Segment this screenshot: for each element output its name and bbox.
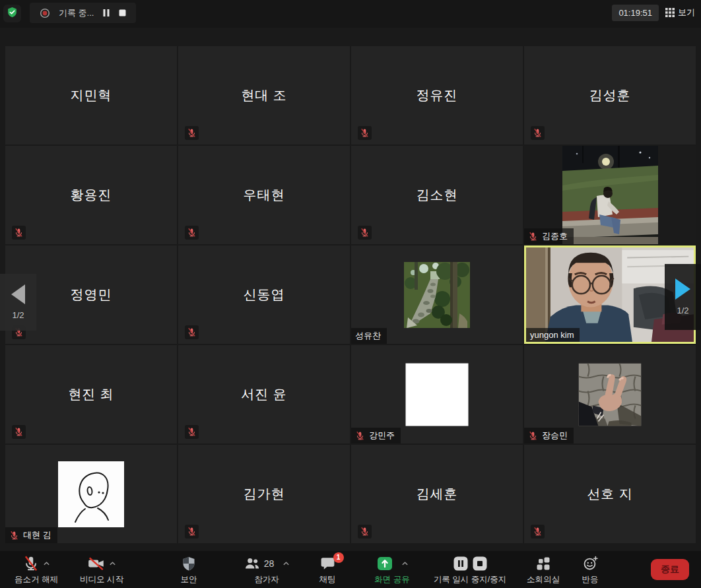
muted-mic-icon [14, 427, 24, 437]
participant-name-tag: 성유찬 [351, 328, 387, 344]
unmute-label: 음소거 해제 [15, 574, 58, 585]
participant-tile[interactable]: 선호 지 [524, 445, 696, 543]
participants-label: 참가자 [254, 574, 279, 585]
participant-tile[interactable]: 우태현 [178, 146, 350, 244]
meeting-info-button[interactable] [3, 5, 21, 22]
share-screen-label: 화면 공유 [374, 574, 409, 585]
muted-mic-icon [533, 128, 543, 138]
participant-name-tag: 김종호 [524, 228, 574, 244]
muted-indicator [531, 525, 545, 539]
chat-button[interactable]: 1 채팅 [309, 551, 346, 588]
meeting-topbar: 기록 중... 01:19:51 보기 [0, 0, 701, 28]
participant-name: 장승민 [542, 430, 568, 441]
meeting-timer: 01:19:51 [612, 5, 659, 21]
participant-tile[interactable]: 서진 윤 [178, 345, 350, 443]
security-button[interactable]: 보안 [170, 551, 207, 588]
profile-avatar-image [58, 461, 124, 527]
participant-tile[interactable]: 현대 조 [178, 46, 350, 145]
breakout-rooms-button[interactable]: 소회의실 [521, 551, 565, 588]
participant-name: 정유진 [351, 46, 523, 145]
participant-name-tag: 장승민 [524, 428, 574, 443]
participants-button[interactable]: 28 참가자 [235, 551, 298, 588]
muted-indicator [185, 226, 199, 240]
participant-name: 선호 지 [524, 445, 696, 543]
muted-indicator [185, 325, 199, 339]
muted-mic-icon [360, 128, 370, 138]
participant-avatar [579, 363, 642, 426]
next-page-button[interactable]: 1/2 [665, 264, 701, 330]
participant-tile[interactable]: 성유찬 [351, 245, 523, 344]
share-screen-button[interactable]: 화면 공유 [360, 551, 424, 588]
participant-name: yungon kim [530, 330, 574, 340]
unmute-button[interactable]: 음소거 해제 [8, 551, 65, 588]
chat-label: 채팅 [319, 574, 336, 585]
participant-avatar [404, 262, 470, 328]
muted-mic-icon [187, 527, 197, 537]
participant-name: 김소현 [351, 146, 523, 244]
participant-name: 신동엽 [178, 245, 350, 344]
muted-mic-icon [187, 427, 197, 437]
participant-name-tag: yungon kim [526, 328, 580, 342]
participant-tile[interactable]: 신동엽 [178, 245, 350, 344]
previous-page-button[interactable]: 1/2 [0, 274, 36, 331]
participant-name: 강민주 [369, 430, 395, 441]
muted-indicator [358, 126, 372, 140]
muted-indicator [185, 126, 199, 140]
participant-tile[interactable]: 김소현 [351, 146, 523, 244]
participant-grid: 지민혁현대 조 정유진 김성훈 황용진 우태현 김소현 김종호정영민 신동엽 성… [5, 46, 696, 543]
participant-avatar [406, 363, 469, 426]
share-options-chevron[interactable] [401, 561, 409, 566]
participant-name-tag: 대현 김 [5, 527, 57, 543]
muted-indicator [12, 226, 26, 240]
view-button[interactable]: 보기 [665, 7, 695, 18]
stop-recording-icon[interactable] [472, 556, 488, 572]
shield-check-icon [7, 7, 18, 20]
muted-mic-icon [14, 228, 24, 238]
participant-tile[interactable]: 대현 김 [5, 445, 177, 543]
participant-tile[interactable]: 정유진 [351, 46, 523, 145]
participant-name: 서진 윤 [178, 345, 350, 443]
participant-tile[interactable]: 김종호 [524, 146, 696, 244]
muted-mic-icon [528, 431, 538, 441]
participants-chevron[interactable] [283, 561, 290, 566]
record-dot-icon [40, 8, 50, 18]
participant-tile[interactable]: 황용진 [5, 146, 177, 244]
muted-mic-icon [187, 128, 197, 138]
muted-indicator [358, 525, 372, 539]
video-options-chevron[interactable] [109, 561, 116, 566]
pause-recording-icon[interactable] [453, 556, 469, 572]
mic-options-chevron[interactable] [43, 561, 50, 566]
end-meeting-button[interactable]: 종료 [651, 559, 689, 580]
muted-indicator [531, 126, 545, 140]
profile-avatar-image [579, 363, 642, 426]
participant-name-tag: 강민주 [351, 428, 401, 443]
recording-pause-button[interactable] [102, 9, 110, 17]
participant-tile[interactable]: 지민혁 [5, 46, 177, 145]
participant-tile[interactable]: 김성훈 [524, 46, 696, 145]
participant-tile[interactable]: 장승민 [524, 345, 696, 443]
breakout-rooms-icon [535, 556, 551, 572]
recording-controls-button[interactable]: 기록 일시 중지/중지 [424, 551, 516, 588]
meeting-toolbar: 음소거 해제 비디오 시작 보안 [0, 551, 701, 588]
participant-tile[interactable]: 현진 최 [5, 345, 177, 443]
participant-tile[interactable]: 김세훈 [351, 445, 523, 543]
recording-stop-button[interactable] [119, 9, 126, 16]
participant-count: 28 [264, 558, 275, 569]
security-label: 보안 [181, 574, 197, 585]
participant-name: 대현 김 [23, 529, 51, 541]
camera-off-icon [87, 555, 106, 572]
chat-unread-badge: 1 [333, 552, 344, 563]
participant-tile[interactable]: 강민주 [351, 345, 523, 443]
muted-mic-icon [187, 228, 197, 238]
participant-name: 현대 조 [178, 46, 350, 145]
reactions-smiley-icon [582, 555, 599, 572]
reactions-button[interactable]: 반응 [572, 551, 609, 588]
security-shield-icon [181, 556, 197, 572]
reactions-label: 반응 [582, 574, 599, 585]
page-indicator: 1/2 [677, 306, 688, 315]
start-video-button[interactable]: 비디오 시작 [70, 551, 133, 588]
participant-tile[interactable]: 김가현 [178, 445, 350, 543]
mic-muted-icon [22, 555, 40, 572]
muted-mic-icon [9, 531, 19, 540]
profile-avatar-image [406, 363, 469, 426]
